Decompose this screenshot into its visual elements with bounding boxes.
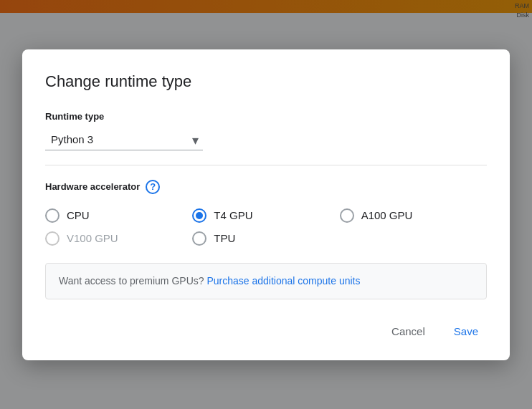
radio-option-tpu[interactable]: TPU [192,231,339,246]
radio-option-cpu[interactable]: CPU [45,208,192,223]
radio-circle-a100gpu [340,208,354,223]
runtime-type-label: Runtime type [45,111,487,122]
runtime-type-select-wrapper[interactable]: Python 3 Python 2 R Julia ▾ [45,130,203,150]
section-divider [45,165,487,165]
radio-label-cpu: CPU [67,209,90,221]
radio-label-tpu: TPU [214,232,235,244]
radio-label-a100gpu: A100 GPU [361,209,413,221]
hardware-options-grid: CPU T4 GPU A100 GPU V100 GPU TPU [45,208,487,246]
purchase-link[interactable]: Purchase additional compute units [206,275,360,287]
radio-option-t4gpu[interactable]: T4 GPU [192,208,339,223]
premium-gpu-info-box: Want access to premium GPUs? Purchase ad… [45,263,487,299]
radio-circle-v100gpu [45,231,60,246]
radio-option-v100gpu: V100 GPU [45,231,192,246]
radio-circle-cpu [45,208,60,223]
radio-label-v100gpu: V100 GPU [67,232,118,244]
radio-circle-t4gpu [192,208,206,223]
radio-label-t4gpu: T4 GPU [214,209,252,221]
radio-option-a100gpu[interactable]: A100 GPU [340,208,487,223]
save-button[interactable]: Save [445,319,487,343]
change-runtime-dialog: Change runtime type Runtime type Python … [22,49,510,360]
modal-overlay: Change runtime type Runtime type Python … [0,0,532,409]
dialog-title: Change runtime type [45,72,487,91]
cancel-button[interactable]: Cancel [383,319,434,343]
help-icon[interactable]: ? [146,180,160,194]
runtime-type-select[interactable]: Python 3 Python 2 R Julia [45,130,203,150]
radio-circle-tpu [192,231,206,246]
dialog-actions: Cancel Save [45,319,487,343]
info-box-text: Want access to premium GPUs? [59,275,204,287]
hardware-label-row: Hardware accelerator ? [45,180,487,194]
hardware-accelerator-label: Hardware accelerator [45,181,140,192]
